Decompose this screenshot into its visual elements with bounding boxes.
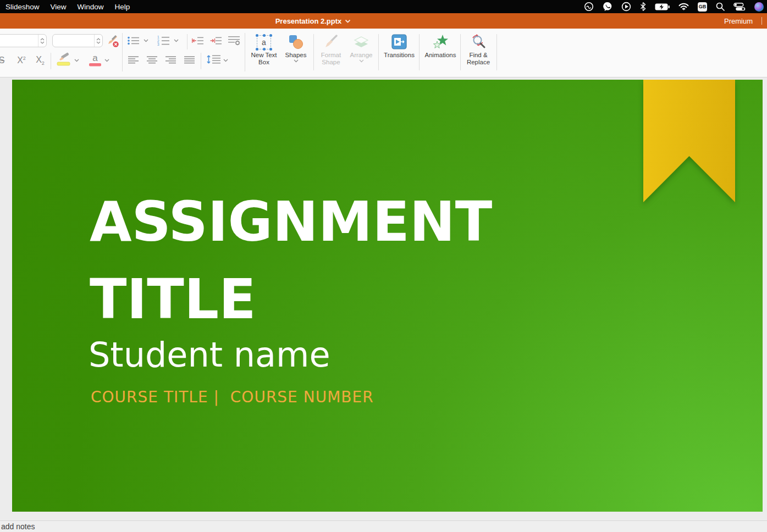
font-size-combobox[interactable]	[52, 34, 103, 47]
format-shape-icon	[323, 34, 339, 49]
font-color-swatch	[89, 63, 102, 66]
align-left-icon	[128, 56, 139, 64]
menu-slideshow[interactable]: Slideshow	[0, 0, 45, 13]
chevron-down-icon	[74, 59, 79, 62]
menu-items: Slideshow View Window Help	[0, 0, 135, 13]
slide-canvas[interactable]: ASSIGNMENT TITLE Student name COURSE TIT…	[12, 80, 763, 512]
toolbar-divider	[122, 33, 123, 71]
align-right-icon	[165, 56, 176, 64]
control-center-icon[interactable]	[733, 3, 746, 11]
strikethrough-button[interactable]: S	[0, 54, 7, 67]
decrease-indent-button[interactable]	[191, 35, 205, 46]
arrange-button: Arrange	[346, 32, 377, 63]
transitions-button[interactable]: Transitions	[380, 32, 418, 59]
superscript-button[interactable]: X2	[14, 54, 29, 67]
chevron-down-icon	[359, 59, 364, 63]
justify-button[interactable]	[183, 55, 195, 65]
notes-placeholder: add notes	[1, 522, 35, 531]
font-name-stepper[interactable]	[38, 35, 46, 47]
superscript-icon: X2	[17, 56, 26, 65]
shapes-icon	[288, 34, 304, 49]
chevron-down-icon	[294, 59, 299, 63]
new-text-box-button[interactable]: a New Text Box	[246, 32, 282, 66]
align-center-icon	[147, 56, 157, 64]
subscript-button[interactable]: X2	[33, 54, 47, 67]
wifi-icon[interactable]	[678, 3, 689, 10]
increase-indent-icon	[210, 36, 222, 45]
toolbar-divider	[245, 33, 245, 71]
clear-formatting-icon	[105, 35, 119, 48]
menu-bar: Slideshow View Window Help	[0, 0, 767, 13]
menu-status-icons: GB	[584, 0, 767, 13]
slide-title-textbox[interactable]: ASSIGNMENT TITLE	[90, 183, 492, 338]
line-spacing-chevron[interactable]	[222, 57, 229, 64]
toolbar-divider	[378, 34, 379, 70]
decrease-indent-icon	[192, 36, 204, 45]
button-label: Find & Replace	[461, 52, 495, 66]
svg-text:3: 3	[157, 42, 159, 46]
find-replace-icon	[470, 34, 487, 49]
title-bar: Presentation 2.pptx Premium	[0, 13, 767, 29]
adobe-creative-cloud-icon[interactable]	[584, 2, 594, 12]
line-spacing-button[interactable]	[206, 54, 222, 65]
battery-charging-icon[interactable]	[655, 3, 670, 10]
increase-indent-button[interactable]	[209, 35, 223, 46]
arrange-icon	[354, 35, 369, 49]
toolbar-divider	[51, 53, 51, 69]
viber-icon[interactable]	[603, 2, 613, 12]
toolbar-divider	[496, 34, 497, 70]
paragraph-settings-button[interactable]	[228, 35, 241, 46]
menu-view[interactable]: View	[45, 0, 72, 13]
slide-title-line1: ASSIGNMENT	[90, 183, 492, 261]
siri-icon[interactable]	[754, 2, 764, 12]
slide-workspace: ASSIGNMENT TITLE Student name COURSE TIT…	[0, 77, 767, 520]
bluetooth-icon[interactable]	[640, 2, 646, 11]
new-text-box-icon: a	[257, 35, 271, 49]
align-center-button[interactable]	[146, 55, 158, 65]
keyboard-layout-badge[interactable]: GB	[698, 2, 707, 12]
highlight-color-chevron[interactable]	[73, 57, 80, 64]
premium-button[interactable]: Premium	[724, 13, 753, 29]
font-name-combobox[interactable]	[0, 34, 47, 47]
toolbar-divider	[313, 34, 314, 70]
align-left-button[interactable]	[127, 55, 139, 65]
document-title: Presentation 2.pptx	[275, 17, 342, 25]
highlight-color-button[interactable]	[55, 52, 73, 68]
align-right-button[interactable]	[164, 55, 176, 65]
button-label: New Text Box	[246, 52, 282, 66]
slide-course-textbox[interactable]: COURSE TITLE | COURSE NUMBER	[91, 387, 374, 407]
clear-formatting-button[interactable]	[104, 34, 120, 48]
button-label: Format Shape	[314, 52, 347, 66]
font-color-chevron[interactable]	[103, 57, 110, 64]
find-replace-button[interactable]: Find & Replace	[461, 32, 495, 66]
chevron-down-icon	[144, 39, 148, 42]
bullet-list-chevron[interactable]	[142, 37, 149, 44]
play-circle-icon[interactable]	[621, 2, 631, 12]
slide-subtitle-textbox[interactable]: Student name	[89, 336, 330, 374]
font-color-button[interactable]: a	[87, 52, 103, 68]
chevron-down-icon	[223, 59, 228, 62]
numbered-list-chevron[interactable]	[173, 37, 179, 44]
justify-icon	[184, 56, 195, 64]
toolbar-divider	[460, 34, 461, 70]
subscript-icon: X2	[36, 55, 45, 66]
animations-button[interactable]: Animations	[421, 32, 460, 59]
numbered-list-button[interactable]: 1 2 3	[157, 35, 171, 46]
highlight-color-icon	[56, 52, 71, 68]
bookmark-ribbon	[643, 80, 735, 203]
numbered-list-icon: 1 2 3	[157, 36, 170, 46]
font-color-icon: a	[92, 53, 97, 63]
button-label: Arrange	[346, 52, 377, 59]
shapes-button[interactable]: Shapes	[280, 32, 311, 63]
menu-help[interactable]: Help	[109, 0, 136, 13]
document-title-menu[interactable]: Presentation 2.pptx	[0, 13, 697, 29]
menu-window[interactable]: Window	[72, 0, 109, 13]
bullet-list-icon	[128, 36, 140, 45]
search-icon[interactable]	[716, 2, 725, 11]
font-size-stepper[interactable]	[94, 35, 102, 47]
toolbar-divider	[187, 34, 187, 49]
chevron-down-icon	[104, 59, 109, 62]
bullet-list-button[interactable]	[127, 35, 140, 46]
button-label: Shapes	[280, 52, 311, 59]
notes-bar[interactable]: add notes	[0, 520, 767, 532]
